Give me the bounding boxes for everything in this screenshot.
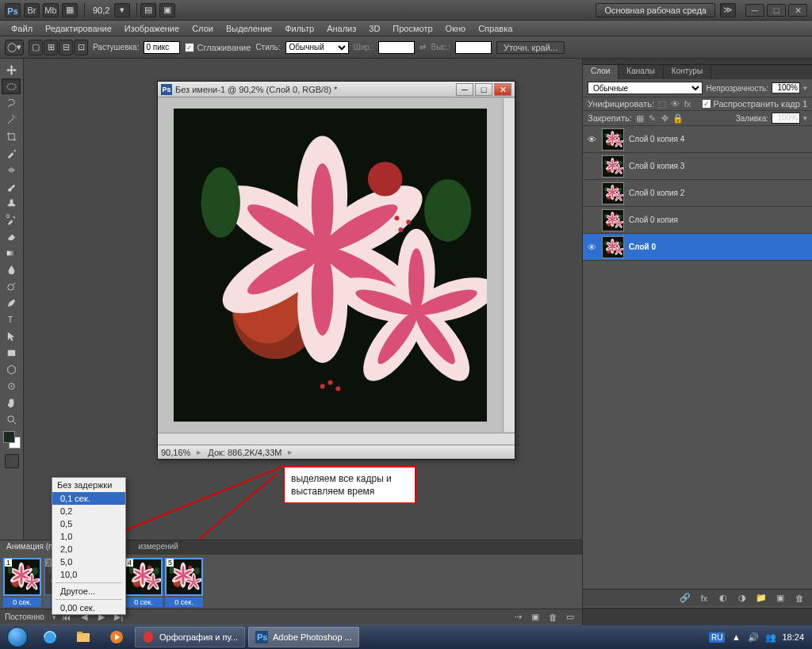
fill-input[interactable]: 100% [772,113,800,124]
layer-mask-icon[interactable]: ◐ [717,593,730,604]
stamp-tool[interactable] [2,195,21,211]
visibility-icon[interactable]: 👁 [586,134,597,145]
style-select[interactable]: Обычный [285,41,349,54]
layer-name[interactable]: Слой 0 копия 4 [629,135,684,143]
doc-close-button[interactable]: ✕ [494,83,511,96]
delay-menu-item[interactable]: 0,5 [52,517,125,530]
layer-row[interactable]: Слой 0 копия [583,207,812,234]
visibility-icon[interactable]: 👁 [586,242,597,253]
minimize-button[interactable]: ─ [745,4,764,17]
zoom-tool[interactable] [2,411,21,427]
pen-tool[interactable] [2,295,21,311]
lock-all-icon[interactable]: 🔒 [673,113,683,123]
layer-name[interactable]: Слой 0 копия 2 [629,189,684,197]
layer-name[interactable]: Слой 0 копия [629,216,678,224]
delay-menu-item[interactable]: 5,0 [52,555,125,568]
delay-menu-zero[interactable]: 0,00 сек. [52,601,125,614]
add-selection-icon[interactable]: ⊞ [44,40,58,55]
dodge-tool[interactable] [2,278,21,294]
hand-tool[interactable] [2,395,21,410]
delay-menu-item[interactable]: 2,0 [52,543,125,555]
tab-animation[interactable]: Анимация (п [0,540,59,555]
menu-layers[interactable]: Слои [186,24,220,33]
menu-analysis[interactable]: Анализ [320,24,362,33]
minibridge-icon[interactable]: Mb [43,3,59,17]
doc-zoom-status[interactable]: 90,16% [161,448,190,457]
screenmode-icon[interactable]: ▣ [159,3,175,17]
menu-filter[interactable]: Фильтр [278,24,320,33]
history-brush-tool[interactable] [2,212,21,227]
tray-flag-icon[interactable]: ▲ [730,631,742,643]
doc-scrollbar-horizontal[interactable] [158,433,515,445]
doc-minimize-button[interactable]: ─ [456,83,473,96]
layer-row[interactable]: 👁 Слой 0 [583,234,812,261]
delete-frame-icon[interactable]: 🗑 [546,612,560,623]
menu-3d[interactable]: 3D [362,24,386,33]
frame-delay[interactable]: 0 сек. [124,597,163,607]
visibility-icon[interactable] [586,161,597,172]
duplicate-frame-icon[interactable]: ▣ [528,612,542,623]
taskbar-task[interactable]: Ps Adobe Photoshop ... [248,627,359,647]
new-selection-icon[interactable]: ▢ [29,40,43,55]
menu-view[interactable]: Просмотр [386,24,439,33]
frame-delay[interactable]: 0 сек. [165,597,203,607]
3d-camera-tool[interactable] [2,378,21,394]
delay-menu-item[interactable]: 0,2 [52,505,125,517]
menu-window[interactable]: Окно [439,24,473,33]
opacity-input[interactable]: 100% [772,82,800,94]
document-titlebar[interactable]: Ps Без имени-1 @ 90,2% (Слой 0, RGB/8) *… [158,82,515,97]
arrange-icon[interactable]: ▤ [140,3,156,17]
menu-select[interactable]: Выделение [220,24,278,33]
start-button[interactable] [3,626,32,648]
color-swatch[interactable] [3,431,21,449]
visibility-icon[interactable] [586,215,597,226]
tool-preset-icon[interactable]: ◯▾ [5,40,24,55]
blend-mode-select[interactable]: Обычные [588,82,703,94]
feather-input[interactable] [144,41,180,54]
new-layer-icon[interactable]: ▣ [774,593,787,604]
tray-people-icon[interactable]: 👥 [764,631,777,643]
delay-menu-other[interactable]: Другое... [52,585,125,597]
clock[interactable]: 18:24 [782,632,804,642]
propagate-checkbox[interactable]: ✓ [702,99,711,109]
link-layers-icon[interactable]: 🔗 [679,593,691,604]
tray-network-icon[interactable]: 🔊 [747,631,760,643]
subtract-selection-icon[interactable]: ⊟ [59,40,73,55]
type-tool[interactable]: T [2,311,21,327]
unify-position-icon[interactable]: ⬚ [657,99,667,109]
brush-tool[interactable] [2,178,21,194]
layer-row[interactable]: Слой 0 копия 2 [583,180,812,207]
menu-edit[interactable]: Редактирование [39,24,118,33]
heal-tool[interactable] [2,162,21,178]
menu-image[interactable]: Изображение [118,24,186,33]
move-tool[interactable] [2,62,21,78]
tab-measurements[interactable]: измерений [132,540,184,555]
new-group-icon[interactable]: 📁 [755,593,768,604]
antialias-checkbox[interactable]: ✓ [185,43,194,52]
layer-fx-icon[interactable]: fx [698,593,710,604]
menu-file[interactable]: Файл [5,24,39,33]
delete-layer-icon[interactable]: 🗑 [793,593,806,604]
layer-row[interactable]: 👁 Слой 0 копия 4 [583,126,812,153]
quickmask-icon[interactable] [5,454,19,468]
gradient-tool[interactable] [2,245,21,261]
lock-transparency-icon[interactable]: ▦ [635,113,645,123]
loop-mode[interactable]: Постоянно [5,613,49,621]
doc-maximize-button[interactable]: □ [475,83,492,96]
eyedropper-tool[interactable] [2,145,21,161]
tab-channels[interactable]: Каналы [619,65,664,79]
wand-tool[interactable] [2,112,21,128]
animation-frame[interactable]: 4 0 сек. [124,558,163,607]
opacity-dropdown-icon[interactable]: ▾ [803,84,807,92]
close-button[interactable]: ✕ [788,4,807,17]
language-indicator[interactable]: RU [709,632,725,643]
taskbar-explorer-icon[interactable] [68,627,98,647]
bridge-icon[interactable]: Br [24,3,40,17]
3d-tool[interactable] [2,361,21,377]
frame-delay[interactable]: 0 сек. [3,597,41,607]
tab-paths[interactable]: Контуры [664,65,711,79]
delay-menu-item[interactable]: 10,0 [52,568,125,581]
lasso-tool[interactable] [2,95,21,111]
adjustment-layer-icon[interactable]: ◑ [736,593,749,604]
taskbar-mediaplayer-icon[interactable] [102,627,132,647]
